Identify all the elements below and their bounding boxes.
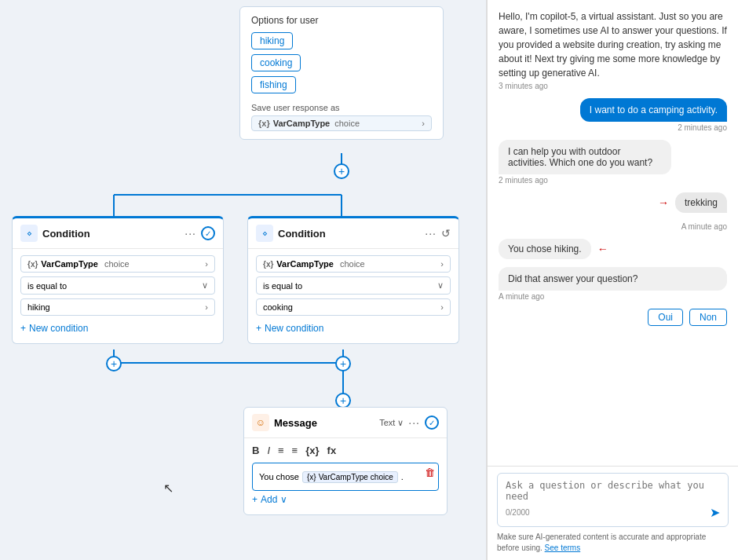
plus-button-top[interactable]: + [334, 163, 349, 179]
inline-var-pill: {x} VarCampType choice [302, 471, 398, 483]
condition-body-2: {x} VarCampType choice › is equal to ∨ c… [248, 249, 459, 343]
add-row[interactable]: + Add ∨ [252, 491, 439, 508]
condition-menu-1: ··· [184, 227, 196, 240]
option-fishing[interactable]: fishing [251, 76, 296, 93]
format-label: Text [379, 418, 395, 427]
bot-time-1: 2 minutes ago [499, 176, 727, 185]
question-container: Did that answer your question? A minute … [499, 267, 727, 301]
plus-icon-2: + [256, 323, 261, 334]
cond2-value: cooking [263, 302, 440, 312]
message-icon: ☺ [252, 414, 269, 431]
flow-canvas: + + + + Options for user hiking cooking … [0, 0, 487, 560]
new-condition-label-1: New condition [29, 323, 88, 334]
message-format[interactable]: Text ∨ [379, 418, 404, 428]
yes-button[interactable]: Oui [648, 309, 683, 326]
cond1-value: hiking [27, 302, 205, 312]
cond1-var-name: VarCampType [41, 259, 98, 269]
plus-button-left[interactable]: + [106, 356, 122, 372]
cond1-operator: is equal to [27, 281, 202, 291]
format-chevron: ∨ [397, 418, 404, 428]
cond2-var-type: choice [340, 259, 365, 269]
red-arrow-hiking: ← [597, 243, 608, 255]
cond1-arrow: › [205, 259, 208, 269]
option-hiking[interactable]: hiking [251, 32, 293, 49]
message-text-area[interactable]: You chose {x} VarCampType choice . 🗑 [252, 463, 439, 491]
cond1-value-row[interactable]: hiking › [20, 298, 215, 316]
chat-disclaimer: Make sure AI-generated content is accura… [497, 532, 729, 554]
condition-var-row-1[interactable]: {x} VarCampType choice › [20, 255, 215, 273]
dots-menu-2[interactable]: ··· [425, 227, 437, 240]
message-title: Message [274, 417, 374, 429]
message-card: ☺ Message Text ∨ ··· ✓ B I ≡ ≡ {x} fx Yo… [243, 407, 448, 515]
question-bubble: Did that answer your question? [499, 267, 727, 291]
question-time: A minute ago [499, 292, 727, 301]
cond2-operator: is equal to [263, 281, 437, 291]
check-circle-1: ✓ [201, 226, 215, 240]
hiking-row: You chose hiking. ← [499, 239, 727, 259]
fx-btn[interactable]: fx [327, 445, 337, 456]
options-card-title: Options for user [251, 15, 432, 26]
trekking-bubble: trekking [675, 192, 727, 213]
chat-input[interactable] [506, 480, 720, 502]
cond2-dropdown: ∨ [437, 280, 444, 291]
bot-message-1-container: I can help you with outdoor activities. … [499, 140, 727, 185]
add-chevron: ∨ [280, 494, 287, 505]
var-camp-type-pill[interactable]: {x} VarCampType choice › [251, 115, 432, 131]
chat-panel: Hello, I'm copilot-5, a virtual assistan… [487, 0, 738, 560]
plus-button-right[interactable]: + [335, 356, 351, 372]
no-button[interactable]: Non [689, 309, 727, 326]
condition-title-1: Condition [42, 228, 180, 240]
condition-var-row-2[interactable]: {x} VarCampType choice › [256, 255, 451, 273]
condition-icon-2: ⋄ [256, 225, 273, 242]
trekking-time: A minute ago [499, 222, 727, 231]
hiking-bubble: You chose hiking. [499, 239, 591, 259]
inline-var-type: choice [371, 473, 393, 481]
chat-body: Hello, I'm copilot-5, a virtual assistan… [488, 0, 738, 466]
var-brace: {x} [258, 119, 270, 128]
cond1-operator-row[interactable]: is equal to ∨ [20, 276, 215, 295]
plus-button-center[interactable]: + [335, 393, 351, 408]
cursor-icon: ↖ [163, 481, 174, 496]
option-cooking[interactable]: cooking [251, 54, 301, 71]
bot-bubble-1: I can help you with outdoor activities. … [499, 140, 671, 174]
condition-body-1: {x} VarCampType choice › is equal to ∨ h… [13, 249, 223, 343]
list-btn[interactable]: ≡ [278, 445, 284, 456]
cond1-value-arrow: › [205, 302, 208, 312]
condition-card-1: ⋄ Condition ··· ✓ {x} VarCampType choice… [12, 216, 224, 344]
new-condition-btn-1[interactable]: + New condition [20, 320, 215, 337]
save-response-label: Save user response as [251, 103, 432, 112]
italic-btn[interactable]: I [267, 445, 270, 456]
var-insert-btn[interactable]: {x} [305, 445, 319, 456]
cond2-arrow: › [440, 259, 444, 269]
add-plus-icon: + [252, 494, 258, 505]
message-dots-menu[interactable]: ··· [408, 416, 420, 429]
brace-2: {x} [263, 260, 273, 269]
bold-btn[interactable]: B [252, 445, 259, 456]
delete-icon[interactable]: 🗑 [425, 467, 435, 478]
message-header: ☺ Message Text ∨ ··· ✓ [244, 408, 447, 438]
cond2-value-row[interactable]: cooking › [256, 298, 451, 316]
user-time-1: 2 minutes ago [678, 123, 727, 132]
chat-footer: 0/2000 ➤ Make sure AI-generated content … [488, 466, 738, 560]
condition-title-2: Condition [278, 228, 420, 240]
cond1-var-type: choice [104, 259, 130, 269]
cond2-operator-row[interactable]: is equal to ∨ [256, 276, 451, 295]
var-arrow-icon: › [422, 119, 425, 128]
condition-card-2: ⋄ Condition ··· ↺ {x} VarCampType choice… [247, 216, 459, 344]
yes-no-row: Oui Non [499, 309, 727, 326]
chat-input-row: 0/2000 ➤ [506, 505, 720, 520]
dots-menu-1[interactable]: ··· [184, 227, 196, 240]
new-condition-btn-2[interactable]: + New condition [256, 320, 451, 337]
user-message-1-container: I want to do a camping activity. 2 minut… [580, 98, 727, 132]
indent-btn[interactable]: ≡ [292, 445, 298, 456]
send-button[interactable]: ➤ [710, 505, 720, 520]
trekking-row: → trekking [499, 192, 727, 213]
cond1-dropdown: ∨ [202, 280, 208, 291]
text-dot: . [401, 472, 404, 481]
condition-icon-1: ⋄ [20, 225, 38, 242]
char-count: 0/2000 [506, 508, 530, 517]
condition-header-1: ⋄ Condition ··· ✓ [13, 218, 223, 249]
chat-intro-text: Hello, I'm copilot-5, a virtual assistan… [499, 9, 727, 90]
chat-input-area: 0/2000 ➤ [497, 473, 729, 527]
see-terms-link[interactable]: See terms [545, 544, 581, 552]
